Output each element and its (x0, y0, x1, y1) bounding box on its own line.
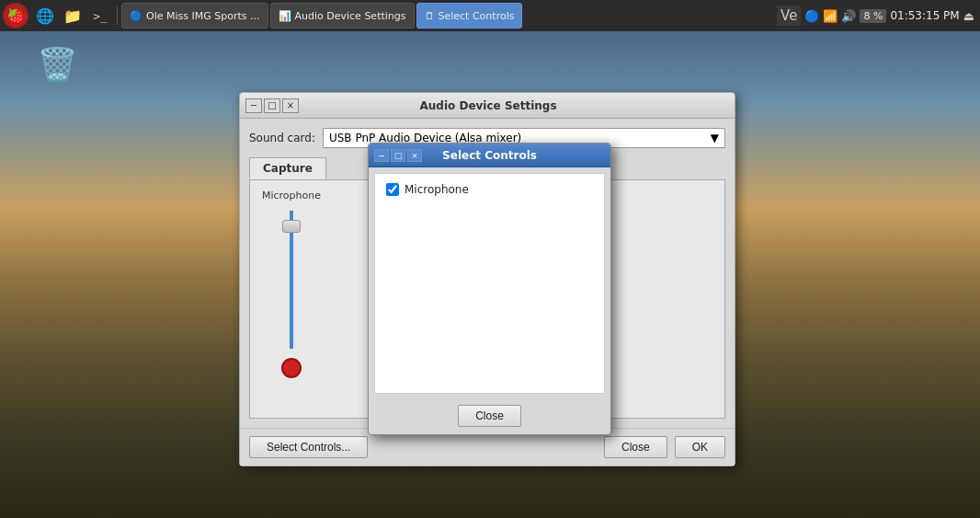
fader-thumb[interactable] (282, 220, 301, 233)
dialog-win-controls: − □ × (374, 149, 422, 162)
bluetooth-icon[interactable]: 🔵 (804, 9, 819, 23)
select-controls-titlebar: − □ × Select Controls (369, 144, 610, 167)
audio-label: Audio Device Settings (295, 10, 406, 22)
fader-track (290, 211, 293, 349)
battery-indicator[interactable]: 8 % (860, 9, 886, 23)
dialog-close-btn[interactable]: × (407, 149, 422, 162)
select-controls-dialog-footer: Close (369, 399, 610, 434)
taskbar-left: 🍓 🌐 📁 >_ 🔵 Ole Miss IMG Sports ... 📊 Aud… (0, 0, 777, 31)
terminal-icon: >_ (93, 9, 108, 23)
microphone-checkbox-item: Microphone (382, 181, 597, 198)
wifi-icon[interactable]: 📶 (823, 9, 838, 23)
sound-card-label: Sound card: (249, 132, 315, 144)
mute-button[interactable] (281, 358, 302, 378)
battery-pct: 8 % (863, 10, 883, 22)
dropdown-arrow: ▼ (711, 132, 719, 144)
terminal-btn[interactable]: >_ (87, 3, 113, 29)
raspberry-menu-btn[interactable]: 🍓 (0, 0, 31, 31)
audio-icon: 📊 (279, 10, 291, 22)
folder-icon: 📁 (63, 7, 82, 25)
trash-icon-img: 🗑️ (37, 46, 78, 85)
audio-minimize-btn[interactable]: − (245, 98, 262, 113)
footer-left: Select Controls... (249, 436, 597, 458)
dialog-maximize-btn[interactable]: □ (391, 149, 405, 162)
globe-btn[interactable]: 🌐 (32, 3, 58, 29)
ole-miss-icon: 🔵 (130, 10, 142, 22)
globe-icon: 🌐 (36, 7, 54, 25)
taskbar-systray: Ve 🔵 📶 🔊 8 % 01:53:15 PM ⏏ (777, 6, 980, 26)
select-controls-dialog-body: Microphone (374, 173, 605, 394)
eject-icon[interactable]: ⏏ (963, 9, 974, 23)
tab-capture-label: Capture (263, 162, 313, 175)
taskbar: 🍓 🌐 📁 >_ 🔵 Ole Miss IMG Sports ... 📊 Aud… (0, 0, 980, 31)
audio-win-controls: − □ × (245, 98, 299, 113)
clock: 01:53:15 PM (890, 9, 959, 22)
audio-close-btn-footer[interactable]: Close (604, 436, 667, 458)
select-controls-dialog: − □ × Select Controls Microphone Close (368, 143, 611, 435)
dialog-close-footer-btn[interactable]: Close (458, 405, 521, 427)
audio-window-titlebar: − □ × Audio Device Settings (240, 93, 735, 119)
audio-ok-btn[interactable]: OK (675, 436, 725, 458)
dialog-minimize-btn[interactable]: − (374, 149, 389, 162)
taskbar-window-ole-miss[interactable]: 🔵 Ole Miss IMG Sports ... (121, 3, 268, 29)
volume-icon[interactable]: 🔊 (841, 9, 856, 23)
microphone-checkbox[interactable] (386, 183, 399, 196)
tab-capture[interactable]: Capture (249, 157, 326, 179)
audio-window-title: Audio Device Settings (299, 99, 678, 112)
microphone-label: Microphone (262, 190, 321, 201)
divider (117, 6, 118, 25)
select-controls-label: Select Controls (439, 10, 515, 22)
microphone-checkbox-label: Microphone (405, 183, 469, 196)
select-controls-icon: 🗒 (425, 10, 435, 22)
select-controls-btn[interactable]: Select Controls... (249, 436, 368, 458)
keyboard-icon[interactable]: Ve (777, 6, 801, 26)
taskbar-window-audio-device[interactable]: 📊 Audio Device Settings (270, 3, 415, 29)
trash-desktop-icon[interactable]: 🗑️ (37, 46, 78, 85)
file-manager-btn[interactable]: 📁 (60, 3, 85, 29)
microphone-channel: Microphone (259, 190, 324, 378)
audio-maximize-btn[interactable]: □ (264, 98, 280, 113)
raspberry-icon: 🍓 (3, 3, 28, 29)
taskbar-window-select-controls[interactable]: 🗒 Select Controls (416, 3, 523, 29)
ole-miss-label: Ole Miss IMG Sports ... (146, 10, 260, 22)
select-controls-dialog-title: Select Controls (422, 149, 557, 162)
audio-close-btn[interactable]: × (282, 98, 299, 113)
